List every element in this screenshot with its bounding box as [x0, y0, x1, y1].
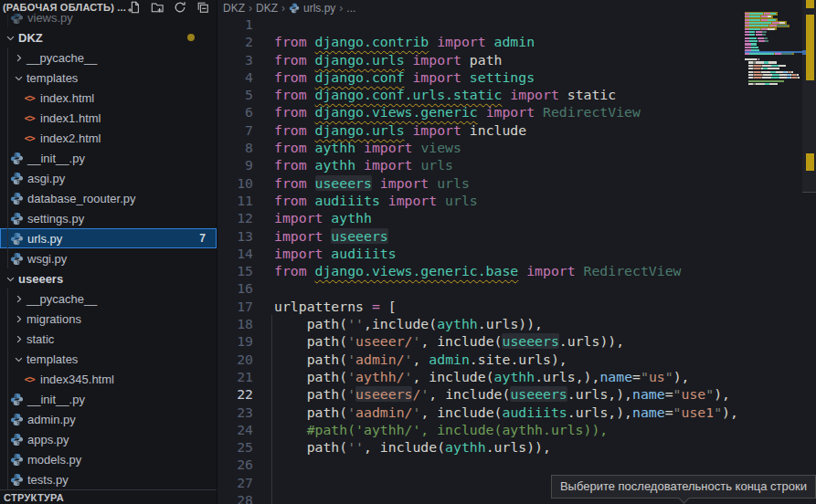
breadcrumb-item-folder[interactable]: DKZ [223, 2, 245, 15]
scrollbar[interactable] [802, 0, 816, 504]
tree-folder-DKZ[interactable]: DKZ [0, 27, 217, 47]
tree-file-index1.html[interactable]: <>index1.html [0, 108, 217, 128]
code-area[interactable]: 12from django.contrib import admin3from … [217, 16, 745, 504]
code-token: .urls)), [559, 333, 624, 349]
tree-folder-templates[interactable]: templates [0, 349, 217, 369]
tree-file-wsgi.py[interactable]: wsgi.py [0, 248, 217, 268]
code-line[interactable]: 9from aythh import urls [217, 156, 745, 173]
code-token: import [478, 104, 543, 120]
line-number: 17 [217, 298, 253, 315]
code-token: urlpatterns [274, 299, 372, 314]
code-line[interactable]: 17urlpatterns = [ [217, 298, 745, 315]
indent-guide [271, 351, 272, 368]
file-tree: views.pyDKZ__pycache__templates<>index.h… [0, 13, 217, 490]
code-token: , include( [364, 439, 445, 455]
code-token: admin [429, 352, 470, 367]
code-line[interactable]: 8from aythh import views [217, 139, 745, 156]
python-icon [9, 13, 24, 25]
code-token: import [355, 157, 420, 173]
tree-folder-useeers[interactable]: useeers [0, 268, 217, 289]
code-token: path( [274, 369, 347, 384]
tree-file-views.py[interactable]: views.py [0, 13, 217, 27]
code-line[interactable]: 20 path('admin/', admin.site.urls), [217, 351, 745, 368]
line-content: import useeers [274, 227, 388, 245]
tree-file-__init__.py[interactable]: __init__.py [0, 389, 217, 409]
code-line[interactable]: 1 [217, 16, 745, 33]
code-line[interactable]: 26 [217, 456, 745, 473]
code-token: name [632, 404, 665, 420]
collapse-all-icon[interactable] [196, 1, 209, 14]
python-icon [289, 3, 300, 14]
breadcrumb-item-file[interactable]: urls.py [303, 2, 335, 15]
tree-folder-migrations[interactable]: migrations [0, 309, 217, 329]
code-token: from [274, 140, 315, 155]
code-line[interactable]: 2from django.contrib import admin [217, 33, 745, 50]
outline-section-header[interactable]: СТРУКТУРА [0, 489, 217, 504]
tree-file-database_roouter.py[interactable]: database_roouter.py [0, 188, 217, 208]
breadcrumb-item-folder[interactable]: DKZ [256, 2, 278, 15]
tree-file-urls.py[interactable]: urls.py7 [0, 228, 217, 248]
tree-file-models.py[interactable]: models.py [0, 449, 217, 469]
code-line[interactable]: 25 path('', include(aythh.urls)), [217, 438, 745, 456]
line-content: from django.urls import include [274, 121, 526, 139]
code-token: urls [420, 157, 453, 173]
tree-file-index345.html[interactable]: <>index345.html [0, 369, 217, 389]
code-token: from [274, 157, 315, 173]
explorer-section-header[interactable]: (РАБОЧАЯ ОБЛАСТЬ) ... [0, 0, 217, 14]
code-line[interactable]: 24 #path('aythh/', include(aythh.urls)), [217, 421, 745, 438]
code-line[interactable]: 12import aythh [217, 209, 745, 226]
new-file-icon[interactable] [128, 1, 141, 14]
chevron-down-icon [12, 73, 25, 83]
code-token: " [714, 404, 722, 420]
tree-file-tests.py[interactable]: tests.py [0, 469, 217, 489]
breadcrumb-item-symbol[interactable]: ... [346, 2, 355, 15]
refresh-icon[interactable] [174, 1, 186, 14]
line-number: 25 [217, 438, 253, 456]
line-content: #path('aythh/', include(aythh.urls)), [274, 421, 608, 438]
code-line[interactable]: 22 path('useeers/', include(useeers.urls… [217, 385, 745, 403]
tree-file-admin.py[interactable]: admin.py [0, 409, 217, 429]
code-line[interactable]: 3from django.urls import path [217, 51, 745, 68]
tree-folder-__pycache__[interactable]: __pycache__ [0, 289, 217, 309]
code-token: aythh [315, 140, 356, 155]
code-line[interactable]: 14import audiiits [217, 245, 745, 262]
line-content: from django.conf.urls.static import stat… [274, 86, 616, 103]
line-content: from django.views.generic import Redirec… [274, 103, 641, 121]
code-token: .urls,), [567, 404, 632, 420]
tree-file-index2.html[interactable]: <>index2.html [0, 128, 217, 148]
tree-file-asgi.py[interactable]: asgi.py [0, 168, 217, 188]
line-number: 14 [217, 245, 253, 262]
minimap[interactable] [745, 9, 802, 95]
code-line[interactable]: 16 [217, 279, 745, 297]
code-line[interactable]: 23 path('aadmin/', include(audiiits.urls… [217, 404, 745, 421]
line-content: import aythh [274, 209, 372, 226]
tree-file-settings.py[interactable]: settings.py [0, 208, 217, 228]
code-line[interactable]: 21 path('aythh/', include(aythh.urls,),n… [217, 368, 745, 385]
tree-folder-__pycache__[interactable]: __pycache__ [0, 47, 217, 68]
tree-file-index.html[interactable]: <>index.html [0, 88, 217, 108]
code-token: '' [347, 439, 364, 455]
code-line[interactable]: 11from audiiits import urls [217, 192, 745, 209]
code-line[interactable]: 6from django.views.generic import Redire… [217, 103, 745, 121]
code-line[interactable]: 13import useeers [217, 227, 745, 245]
code-token: static [567, 87, 616, 102]
folder-label: migrations [26, 312, 81, 326]
indent-guide [271, 491, 272, 504]
tree-file-apps.py[interactable]: apps.py [0, 429, 217, 449]
line-content: path('aythh/', include(aythh.urls,),name… [274, 368, 689, 385]
code-line[interactable]: 7from django.urls import include [217, 121, 745, 139]
tree-folder-static[interactable]: static [0, 329, 217, 349]
code-line[interactable]: 4from django.conf import settings [217, 68, 745, 86]
code-line[interactable]: 18 path('',include(aythh.urls)), [217, 315, 745, 332]
code-line[interactable]: 5from django.conf.urls.static import sta… [217, 86, 745, 103]
line-content: from django.contrib import admin [274, 33, 535, 50]
code-line[interactable]: 10from useeers import urls [217, 174, 745, 192]
code-line[interactable]: 19 path('useeer/', include(useeers.urls)… [217, 332, 745, 350]
python-icon [9, 212, 24, 226]
code-line[interactable]: 15from django.views.generic.base import … [217, 262, 745, 279]
tree-folder-templates[interactable]: templates [0, 68, 217, 88]
code-token: useeers [510, 386, 567, 402]
new-folder-icon[interactable] [151, 1, 164, 14]
code-token: ' [347, 352, 355, 367]
tree-file-__init__.py[interactable]: __init__.py [0, 148, 217, 168]
